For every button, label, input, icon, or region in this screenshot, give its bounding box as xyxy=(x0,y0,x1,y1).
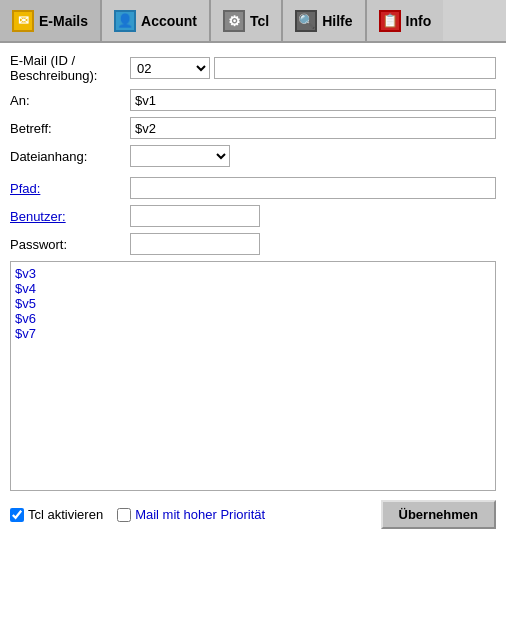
account-icon: 👤 xyxy=(114,10,136,32)
dateianhang-row: Dateianhang: xyxy=(10,145,496,167)
nav-label-info: Info xyxy=(406,13,432,29)
pfad-row: Pfad: xyxy=(10,177,496,199)
hilfe-icon: 🔍 xyxy=(295,10,317,32)
nav-item-account[interactable]: 👤 Account xyxy=(102,0,211,41)
body-textarea[interactable] xyxy=(10,261,496,491)
benutzer-row: Benutzer: xyxy=(10,205,496,227)
tcl-aktivieren-item: Tcl aktivieren xyxy=(10,507,103,522)
tcl-icon: ⚙ xyxy=(223,10,245,32)
email-id-row: E-Mail (ID / Beschreibung): 02 xyxy=(10,53,496,83)
nav-bar: ✉ E-Mails 👤 Account ⚙ Tcl 🔍 Hilfe 📋 Info xyxy=(0,0,506,43)
nav-label-tcl: Tcl xyxy=(250,13,269,29)
bottom-controls: Tcl aktivieren Mail mit hoher Priorität … xyxy=(10,500,496,529)
nav-label-hilfe: Hilfe xyxy=(322,13,352,29)
an-label: An: xyxy=(10,93,130,108)
pfad-input[interactable] xyxy=(130,177,496,199)
email-id-controls: 02 xyxy=(130,57,496,79)
main-content: E-Mail (ID / Beschreibung): 02 An: Betre… xyxy=(0,43,506,539)
benutzer-label[interactable]: Benutzer: xyxy=(10,209,130,224)
betreff-row: Betreff: xyxy=(10,117,496,139)
nav-item-info[interactable]: 📋 Info xyxy=(367,0,444,41)
nav-label-account: Account xyxy=(141,13,197,29)
dateianhang-controls xyxy=(130,145,496,167)
email-id-select[interactable]: 02 xyxy=(130,57,210,79)
textarea-container xyxy=(10,261,496,494)
passwort-row: Passwort: xyxy=(10,233,496,255)
an-row: An: xyxy=(10,89,496,111)
nav-item-emails[interactable]: ✉ E-Mails xyxy=(0,0,102,41)
email-icon: ✉ xyxy=(12,10,34,32)
nav-item-tcl[interactable]: ⚙ Tcl xyxy=(211,0,283,41)
benutzer-input[interactable] xyxy=(130,205,260,227)
dateianhang-label: Dateianhang: xyxy=(10,149,130,164)
tcl-aktivieren-label[interactable]: Tcl aktivieren xyxy=(28,507,103,522)
checkboxes: Tcl aktivieren Mail mit hoher Priorität xyxy=(10,507,265,522)
priority-label[interactable]: Mail mit hoher Priorität xyxy=(135,507,265,522)
tcl-aktivieren-checkbox[interactable] xyxy=(10,508,24,522)
betreff-input[interactable] xyxy=(130,117,496,139)
pfad-label[interactable]: Pfad: xyxy=(10,181,130,196)
nav-item-hilfe[interactable]: 🔍 Hilfe xyxy=(283,0,366,41)
priority-checkbox[interactable] xyxy=(117,508,131,522)
info-icon: 📋 xyxy=(379,10,401,32)
an-input[interactable] xyxy=(130,89,496,111)
betreff-label: Betreff: xyxy=(10,121,130,136)
dateianhang-select[interactable] xyxy=(130,145,230,167)
email-id-label: E-Mail (ID / Beschreibung): xyxy=(10,53,130,83)
nav-label-emails: E-Mails xyxy=(39,13,88,29)
passwort-label: Passwort: xyxy=(10,237,130,252)
email-desc-input[interactable] xyxy=(214,57,496,79)
submit-button[interactable]: Übernehmen xyxy=(381,500,496,529)
priority-item: Mail mit hoher Priorität xyxy=(117,507,265,522)
passwort-input[interactable] xyxy=(130,233,260,255)
